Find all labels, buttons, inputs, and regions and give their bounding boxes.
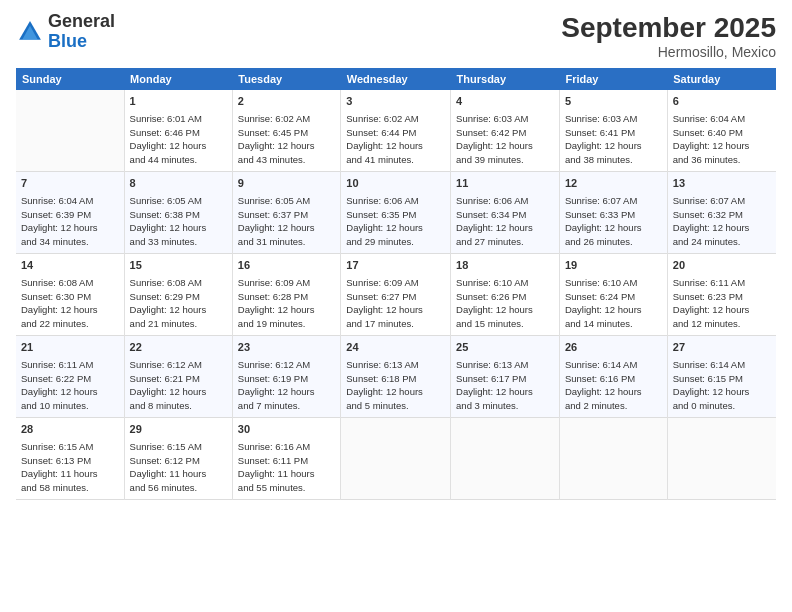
col-header-wednesday: Wednesday xyxy=(341,68,451,90)
cell-info: and 36 minutes. xyxy=(673,153,771,167)
cell-info: Sunset: 6:37 PM xyxy=(238,208,335,222)
cell-info: Sunrise: 6:09 AM xyxy=(238,276,335,290)
cell-info: Sunrise: 6:12 AM xyxy=(238,358,335,372)
logo-text: General Blue xyxy=(48,12,115,52)
day-number: 11 xyxy=(456,176,554,192)
cell-info: Sunrise: 6:14 AM xyxy=(673,358,771,372)
cell-info: Daylight: 12 hours xyxy=(456,303,554,317)
day-number: 6 xyxy=(673,94,771,110)
cell-info: Daylight: 12 hours xyxy=(346,385,445,399)
cell-info: and 10 minutes. xyxy=(21,399,119,413)
day-number: 20 xyxy=(673,258,771,274)
calendar-cell: 10Sunrise: 6:06 AMSunset: 6:35 PMDayligh… xyxy=(341,172,451,254)
cell-info: and 29 minutes. xyxy=(346,235,445,249)
day-number: 19 xyxy=(565,258,662,274)
calendar-cell: 12Sunrise: 6:07 AMSunset: 6:33 PMDayligh… xyxy=(559,172,667,254)
cell-info: and 26 minutes. xyxy=(565,235,662,249)
day-number: 12 xyxy=(565,176,662,192)
cell-info: and 22 minutes. xyxy=(21,317,119,331)
location: Hermosillo, Mexico xyxy=(561,44,776,60)
cell-info: Daylight: 12 hours xyxy=(238,303,335,317)
cell-info: and 19 minutes. xyxy=(238,317,335,331)
cell-info: Sunrise: 6:08 AM xyxy=(21,276,119,290)
cell-info: Sunrise: 6:04 AM xyxy=(21,194,119,208)
day-number: 17 xyxy=(346,258,445,274)
calendar-cell: 15Sunrise: 6:08 AMSunset: 6:29 PMDayligh… xyxy=(124,254,232,336)
month-title: September 2025 xyxy=(561,12,776,44)
day-number: 16 xyxy=(238,258,335,274)
cell-info: and 24 minutes. xyxy=(673,235,771,249)
cell-info: and 34 minutes. xyxy=(21,235,119,249)
cell-info: Sunrise: 6:03 AM xyxy=(456,112,554,126)
cell-info: and 8 minutes. xyxy=(130,399,227,413)
cell-info: Daylight: 12 hours xyxy=(346,139,445,153)
col-header-thursday: Thursday xyxy=(451,68,560,90)
cell-info: Sunset: 6:12 PM xyxy=(130,454,227,468)
cell-info: Daylight: 12 hours xyxy=(130,303,227,317)
cell-info: Daylight: 12 hours xyxy=(21,221,119,235)
cell-info: and 39 minutes. xyxy=(456,153,554,167)
col-header-tuesday: Tuesday xyxy=(232,68,340,90)
calendar-cell xyxy=(451,418,560,500)
cell-info: Daylight: 12 hours xyxy=(565,139,662,153)
cell-info: and 38 minutes. xyxy=(565,153,662,167)
day-number: 28 xyxy=(21,422,119,438)
cell-info: and 2 minutes. xyxy=(565,399,662,413)
day-number: 2 xyxy=(238,94,335,110)
cell-info: Sunset: 6:13 PM xyxy=(21,454,119,468)
day-number: 1 xyxy=(130,94,227,110)
page: General Blue September 2025 Hermosillo, … xyxy=(0,0,792,612)
logo-general: General xyxy=(48,11,115,31)
cell-info: Sunrise: 6:15 AM xyxy=(21,440,119,454)
day-number: 24 xyxy=(346,340,445,356)
day-number: 9 xyxy=(238,176,335,192)
cell-info: Sunrise: 6:13 AM xyxy=(346,358,445,372)
calendar-cell: 25Sunrise: 6:13 AMSunset: 6:17 PMDayligh… xyxy=(451,336,560,418)
day-number: 21 xyxy=(21,340,119,356)
cell-info: Daylight: 12 hours xyxy=(346,303,445,317)
cell-info: and 58 minutes. xyxy=(21,481,119,495)
cell-info: Daylight: 12 hours xyxy=(673,221,771,235)
calendar-cell xyxy=(341,418,451,500)
cell-info: Sunset: 6:19 PM xyxy=(238,372,335,386)
cell-info: Sunrise: 6:05 AM xyxy=(130,194,227,208)
cell-info: Daylight: 12 hours xyxy=(238,139,335,153)
day-number: 18 xyxy=(456,258,554,274)
cell-info: Sunrise: 6:16 AM xyxy=(238,440,335,454)
cell-info: Daylight: 12 hours xyxy=(130,221,227,235)
cell-info: Daylight: 11 hours xyxy=(238,467,335,481)
calendar-cell: 23Sunrise: 6:12 AMSunset: 6:19 PMDayligh… xyxy=(232,336,340,418)
cell-info: Sunset: 6:28 PM xyxy=(238,290,335,304)
week-row-4: 28Sunrise: 6:15 AMSunset: 6:13 PMDayligh… xyxy=(16,418,776,500)
cell-info: Sunrise: 6:15 AM xyxy=(130,440,227,454)
cell-info: Daylight: 12 hours xyxy=(21,303,119,317)
cell-info: Sunrise: 6:06 AM xyxy=(456,194,554,208)
calendar-cell: 9Sunrise: 6:05 AMSunset: 6:37 PMDaylight… xyxy=(232,172,340,254)
cell-info: Daylight: 12 hours xyxy=(130,139,227,153)
cell-info: and 27 minutes. xyxy=(456,235,554,249)
cell-info: Daylight: 12 hours xyxy=(565,221,662,235)
cell-info: Daylight: 12 hours xyxy=(21,385,119,399)
cell-info: Sunset: 6:27 PM xyxy=(346,290,445,304)
cell-info: Sunset: 6:38 PM xyxy=(130,208,227,222)
cell-info: Sunrise: 6:02 AM xyxy=(238,112,335,126)
cell-info: Sunset: 6:30 PM xyxy=(21,290,119,304)
cell-info: and 21 minutes. xyxy=(130,317,227,331)
cell-info: and 7 minutes. xyxy=(238,399,335,413)
cell-info: and 0 minutes. xyxy=(673,399,771,413)
calendar-cell: 3Sunrise: 6:02 AMSunset: 6:44 PMDaylight… xyxy=(341,90,451,172)
day-number: 29 xyxy=(130,422,227,438)
day-number: 25 xyxy=(456,340,554,356)
cell-info: Sunrise: 6:07 AM xyxy=(673,194,771,208)
cell-info: Sunrise: 6:13 AM xyxy=(456,358,554,372)
cell-info: Daylight: 12 hours xyxy=(673,385,771,399)
header: General Blue September 2025 Hermosillo, … xyxy=(16,12,776,60)
cell-info: and 3 minutes. xyxy=(456,399,554,413)
calendar-cell: 17Sunrise: 6:09 AMSunset: 6:27 PMDayligh… xyxy=(341,254,451,336)
cell-info: and 17 minutes. xyxy=(346,317,445,331)
cell-info: Sunrise: 6:10 AM xyxy=(565,276,662,290)
calendar-cell: 4Sunrise: 6:03 AMSunset: 6:42 PMDaylight… xyxy=(451,90,560,172)
calendar-cell: 6Sunrise: 6:04 AMSunset: 6:40 PMDaylight… xyxy=(667,90,776,172)
calendar-cell: 21Sunrise: 6:11 AMSunset: 6:22 PMDayligh… xyxy=(16,336,124,418)
cell-info: Sunset: 6:41 PM xyxy=(565,126,662,140)
